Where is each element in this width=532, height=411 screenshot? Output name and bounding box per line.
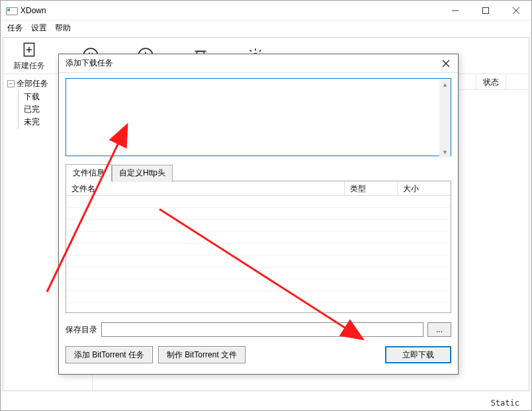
- url-input-wrap: ▲ ▼: [66, 78, 451, 158]
- dialog-title-text: 添加下载任务: [66, 58, 113, 69]
- tabs: 文件信息 自定义Http头: [66, 163, 451, 181]
- menubar: 任务 设置 帮助: [1, 21, 531, 35]
- app-title: XDown: [21, 6, 46, 15]
- status-text: Static: [491, 398, 519, 408]
- file-row: [66, 291, 451, 303]
- plus-file-icon: [20, 40, 38, 59]
- add-task-dialog: 添加下载任务 ▲ ▼ 文件信息 自定义Http头 文件名 类型: [58, 54, 459, 375]
- scroll-up-icon[interactable]: ▲: [439, 79, 451, 90]
- file-rows: [66, 196, 451, 312]
- minimize-button[interactable]: [440, 1, 470, 21]
- dialog-body: ▲ ▼ 文件信息 自定义Http头 文件名 类型 大小: [59, 73, 458, 369]
- button-row: 添加 BitTorrent 任务 制作 BitTorrent 文件 立即下载: [66, 346, 451, 363]
- save-path-input[interactable]: [101, 322, 423, 337]
- save-label: 保存目录: [66, 324, 97, 336]
- svg-rect-1: [483, 7, 489, 13]
- file-col-size[interactable]: 大小: [398, 181, 451, 195]
- file-row: [66, 232, 451, 244]
- file-row: [66, 208, 451, 220]
- list-col-status[interactable]: 状态: [476, 74, 506, 89]
- app-icon: [6, 5, 17, 16]
- file-list: 文件名 类型 大小: [66, 181, 451, 313]
- browse-button[interactable]: ...: [427, 322, 451, 337]
- tree-root-label: 全部任务: [17, 78, 48, 89]
- file-row: [66, 267, 451, 279]
- add-bittorrent-button[interactable]: 添加 BitTorrent 任务: [66, 346, 153, 363]
- file-row: [66, 255, 451, 267]
- scrollbar[interactable]: ▲ ▼: [439, 79, 451, 158]
- file-list-header: 文件名 类型 大小: [66, 181, 451, 196]
- file-col-type[interactable]: 类型: [345, 181, 398, 195]
- menu-help[interactable]: 帮助: [55, 23, 71, 34]
- scroll-down-icon[interactable]: ▼: [439, 146, 451, 158]
- url-input[interactable]: [66, 78, 451, 156]
- dialog-close-button[interactable]: [434, 54, 458, 73]
- file-row: [66, 279, 451, 291]
- make-bittorrent-button[interactable]: 制作 BitTorrent 文件: [158, 346, 245, 363]
- maximize-button[interactable]: [470, 1, 501, 21]
- new-task-button[interactable]: 新建任务: [13, 40, 45, 71]
- dialog-titlebar: 添加下载任务: [59, 54, 458, 73]
- statusbar: Static: [1, 396, 531, 410]
- menu-settings[interactable]: 设置: [31, 23, 47, 34]
- titlebar: XDown: [1, 1, 531, 21]
- window-controls: [440, 1, 531, 21]
- tab-custom-http[interactable]: 自定义Http头: [112, 165, 173, 182]
- close-button[interactable]: [501, 1, 531, 21]
- tab-file-info[interactable]: 文件信息: [66, 164, 112, 181]
- download-now-button[interactable]: 立即下载: [385, 346, 451, 363]
- file-row: [66, 220, 451, 232]
- menu-task[interactable]: 任务: [7, 23, 23, 34]
- tree-collapse-icon[interactable]: −: [7, 80, 15, 87]
- main-window: XDown 任务 设置 帮助 新建任务: [0, 0, 532, 411]
- save-row: 保存目录 ...: [66, 322, 451, 337]
- file-row: [66, 244, 451, 255]
- new-task-label: 新建任务: [13, 60, 45, 71]
- file-col-name[interactable]: 文件名: [66, 181, 345, 195]
- file-row: [66, 196, 451, 208]
